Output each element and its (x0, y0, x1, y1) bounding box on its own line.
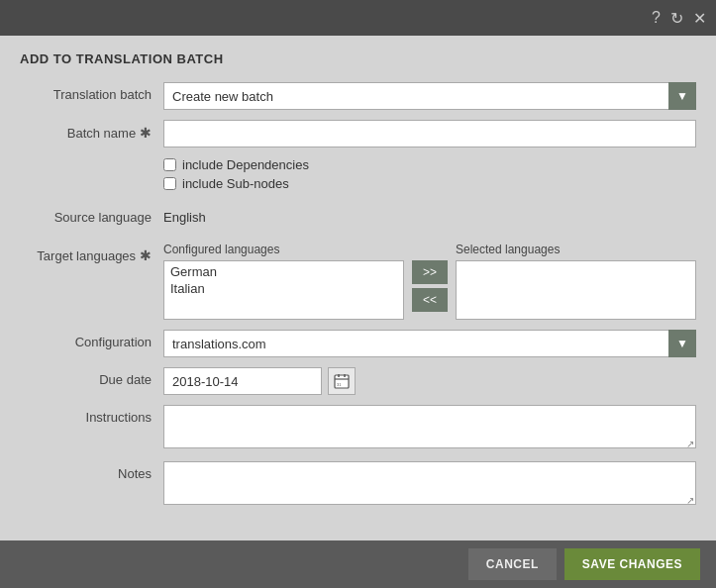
target-languages-area: Configured languages German Italian >> <… (163, 243, 696, 320)
selected-languages-listbox[interactable] (456, 260, 696, 320)
move-left-button[interactable]: << (412, 288, 448, 312)
due-date-control: 31 (163, 367, 696, 395)
configuration-row: Configuration translations.com ▼ (20, 330, 696, 357)
dialog-title: ADD TO TRANSLATION BATCH (20, 51, 696, 66)
source-language-value: English (163, 205, 696, 225)
refresh-icon[interactable]: ↻ (670, 9, 683, 28)
calendar-icon: 31 (334, 373, 350, 389)
instructions-textarea-wrapper: ↗ (163, 405, 696, 451)
svg-text:31: 31 (337, 382, 342, 387)
batch-name-control (163, 120, 696, 147)
translation-batch-select-wrapper: Create new batch ▼ (163, 82, 696, 110)
dialog-container: ADD TO TRANSLATION BATCH Translation bat… (0, 36, 716, 540)
checkboxes-control: include Dependencies include Sub-nodes (163, 157, 696, 195)
translation-batch-row: Translation batch Create new batch ▼ (20, 82, 696, 110)
include-dependencies-row: include Dependencies (163, 157, 696, 172)
source-language-control: English (163, 205, 696, 225)
translation-batch-control: Create new batch ▼ (163, 82, 696, 110)
translation-batch-label: Translation batch (20, 82, 163, 102)
title-bar: ? ↻ ✕ (0, 0, 716, 36)
configuration-select[interactable]: translations.com (163, 330, 696, 357)
due-date-input[interactable] (163, 367, 322, 395)
notes-control: ↗ (163, 461, 696, 508)
selected-languages-label: Selected languages (456, 243, 696, 256)
configured-languages-listbox[interactable]: German Italian (163, 260, 404, 320)
instructions-control: ↗ (163, 405, 696, 451)
checkboxes-row: include Dependencies include Sub-nodes (20, 157, 696, 195)
configuration-select-wrapper: translations.com ▼ (163, 330, 696, 357)
source-language-label: Source language (20, 205, 163, 225)
checkboxes-spacer (20, 157, 163, 162)
configured-languages-label: Configured languages (163, 243, 404, 256)
target-languages-row: Target languages ✱ Configured languages … (20, 243, 696, 320)
configured-languages-panel: Configured languages German Italian (163, 243, 404, 320)
source-language-row: Source language English (20, 205, 696, 233)
translation-batch-select[interactable]: Create new batch (163, 82, 696, 110)
help-icon[interactable]: ? (652, 9, 661, 27)
notes-label: Notes (20, 461, 163, 481)
instructions-label: Instructions (20, 405, 163, 425)
notes-textarea-wrapper: ↗ (163, 461, 696, 508)
notes-row: Notes ↗ (20, 461, 696, 508)
instructions-row: Instructions ↗ (20, 405, 696, 451)
instructions-textarea[interactable] (163, 405, 696, 448)
form-body: Translation batch Create new batch ▼ Bat… (20, 82, 696, 531)
configuration-label: Configuration (20, 330, 163, 349)
due-date-row: Due date 31 (20, 367, 696, 395)
target-languages-label: Target languages ✱ (20, 243, 163, 263)
configuration-control: translations.com ▼ (163, 330, 696, 357)
target-languages-control: Configured languages German Italian >> <… (163, 243, 696, 320)
cancel-button[interactable]: CANCEL (468, 548, 557, 580)
save-changes-button[interactable]: SAVE CHANGES (564, 548, 700, 580)
selected-languages-panel: Selected languages (456, 243, 696, 320)
move-right-button[interactable]: >> (412, 260, 448, 284)
list-item: German (166, 263, 401, 280)
include-subnodes-label: include Sub-nodes (182, 176, 289, 191)
batch-name-input[interactable] (163, 120, 696, 147)
due-date-label: Due date (20, 367, 163, 387)
close-icon[interactable]: ✕ (693, 9, 706, 28)
batch-name-row: Batch name ✱ (20, 120, 696, 147)
date-wrapper: 31 (163, 367, 696, 395)
include-dependencies-checkbox[interactable] (163, 158, 176, 171)
footer: CANCEL SAVE CHANGES (0, 540, 716, 588)
include-dependencies-label: include Dependencies (182, 157, 309, 172)
include-subnodes-row: include Sub-nodes (163, 176, 696, 191)
batch-name-label: Batch name ✱ (20, 120, 163, 141)
arrow-buttons: >> << (412, 243, 448, 312)
include-subnodes-checkbox[interactable] (163, 177, 176, 190)
list-item: Italian (166, 280, 401, 297)
calendar-button[interactable]: 31 (328, 367, 356, 395)
notes-textarea[interactable] (163, 461, 696, 505)
